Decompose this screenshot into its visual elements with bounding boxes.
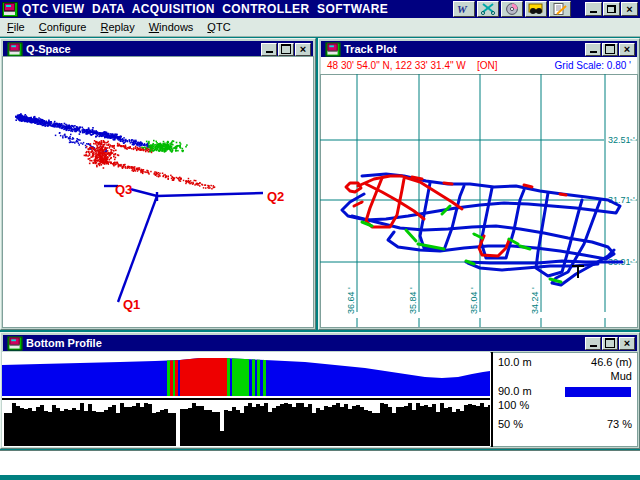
qspace-window-buttons: ×	[261, 43, 311, 56]
bottomprofile-maximize-button[interactable]	[602, 337, 618, 350]
app-titlebar[interactable]: QTC VIEW DATA ACQUISITION CONTROLLER SOF…	[0, 0, 640, 18]
classification-value: Mud	[560, 370, 632, 382]
svg-text:Q1: Q1	[123, 297, 140, 312]
close-icon: ×	[624, 338, 630, 348]
qspace-maximize-button[interactable]	[278, 43, 294, 56]
depth-scale-bottom: 90.0 m	[498, 385, 532, 397]
bottomprofile-minimize-button[interactable]	[585, 337, 601, 350]
app-title: QTC VIEW DATA ACQUISITION CONTROLLER SOF…	[22, 2, 388, 16]
disk-tool-button[interactable]	[501, 1, 523, 17]
maximize-icon	[281, 44, 291, 54]
svg-text:34.24 ': 34.24 '	[530, 287, 540, 314]
app-window-buttons: ×	[585, 2, 638, 16]
mdi-background-strip	[0, 450, 640, 475]
trackplot-status-bar: 48 30' 54.0" N, 122 33' 31.4" W [ON] Gri…	[321, 57, 637, 75]
minimize-icon	[266, 51, 273, 53]
app-minimize-button[interactable]	[585, 2, 602, 16]
bottomprofile-title: Bottom Profile	[26, 337, 102, 349]
close-icon: ×	[626, 4, 632, 14]
bottomprofile-close-button[interactable]: ×	[619, 337, 635, 350]
confidence-scale-bottom: 50 %	[498, 418, 523, 430]
grid-scale-label: Grid Scale: 0.80 '	[555, 60, 631, 71]
menu-item-qtc[interactable]: QTC	[200, 20, 237, 34]
trackplot-window-icon	[326, 42, 341, 56]
qspace-minimize-button[interactable]	[261, 43, 277, 56]
track-plot-canvas: 32.51 '31.71 '30.91 '36.64 '35.84 '35.04…	[320, 74, 638, 328]
trackplot-titlebar[interactable]: Track Plot ×	[321, 41, 637, 57]
qspace-title: Q-Space	[26, 43, 71, 55]
bottom-profile-canvas	[2, 352, 490, 447]
depth-value: 46.6 (m)	[560, 356, 632, 368]
app-icon	[2, 2, 18, 17]
svg-text:36.64 ': 36.64 '	[346, 287, 356, 314]
scissors-tool-button[interactable]	[477, 1, 499, 17]
depth-scale-top: 10.0 m	[498, 356, 532, 368]
bottomprofile-titlebar[interactable]: Bottom Profile ×	[3, 335, 637, 351]
classification-color-bar	[565, 387, 631, 397]
svg-text:W: W	[457, 3, 468, 15]
w-tool-icon: W	[456, 3, 472, 15]
notepad-tool-button[interactable]	[549, 1, 571, 17]
app-close-button[interactable]: ×	[621, 2, 638, 16]
minimize-icon	[590, 345, 597, 347]
close-icon: ×	[300, 44, 306, 54]
scissors-tool-icon	[480, 3, 496, 15]
qspace-window-icon	[8, 42, 23, 56]
svg-text:35.04 ': 35.04 '	[469, 287, 479, 314]
trackplot-title: Track Plot	[344, 43, 397, 55]
svg-text:Q3: Q3	[115, 182, 132, 197]
w-tool-button[interactable]: W	[453, 1, 475, 17]
minimize-icon	[590, 51, 597, 53]
svg-text:Q2: Q2	[267, 189, 284, 204]
menu-item-file[interactable]: File	[0, 20, 32, 34]
close-icon: ×	[624, 44, 630, 54]
menu-item-configure[interactable]: Configure	[32, 20, 94, 34]
maximize-icon	[605, 338, 615, 348]
notepad-tool-icon	[552, 3, 568, 15]
trackplot-maximize-button[interactable]	[602, 43, 618, 56]
bottomprofile-window-buttons: ×	[585, 337, 635, 350]
qtc-view-app: QTC VIEW DATA ACQUISITION CONTROLLER SOF…	[0, 0, 640, 480]
disk-tool-icon	[504, 3, 520, 15]
app-restore-button[interactable]	[603, 2, 620, 16]
panel-divider	[491, 352, 493, 447]
maximize-icon	[605, 44, 615, 54]
menu-item-replay[interactable]: Replay	[93, 20, 141, 34]
gps-coordinates: 48 30' 54.0" N, 122 33' 31.4" W [ON]	[327, 60, 497, 71]
menubar: FileConfigureReplayWindowsQTC	[0, 18, 640, 37]
bottomprofile-window-icon	[8, 336, 23, 350]
binoculars-tool-icon	[528, 3, 544, 15]
minimize-icon	[590, 11, 597, 13]
trackplot-window-buttons: ×	[585, 43, 635, 56]
menu-item-windows[interactable]: Windows	[142, 20, 201, 34]
trackplot-minimize-button[interactable]	[585, 43, 601, 56]
qspace-close-button[interactable]: ×	[295, 43, 311, 56]
qspace-scatter-plot: Q1Q2Q3	[2, 56, 314, 328]
trackplot-close-button[interactable]: ×	[619, 43, 635, 56]
svg-text:35.84 ': 35.84 '	[408, 287, 418, 314]
confidence-scale-top: 100 %	[498, 399, 529, 411]
qspace-titlebar[interactable]: Q-Space ×	[3, 41, 313, 57]
binoculars-tool-button[interactable]	[525, 1, 547, 17]
confidence-value: 73 %	[560, 418, 632, 430]
title-toolbar: W	[453, 1, 571, 17]
svg-text:32.51 ': 32.51 '	[608, 135, 635, 145]
restore-icon	[607, 5, 616, 13]
